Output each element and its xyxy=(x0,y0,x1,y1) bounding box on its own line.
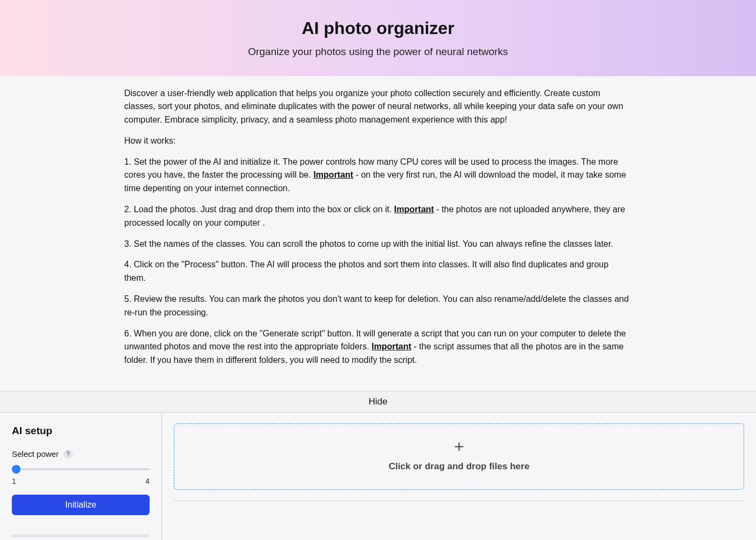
ai-setup-title: AI setup xyxy=(12,423,150,439)
step-2-text-a: 2. Load the photos. Just drag and drop t… xyxy=(124,205,394,214)
power-label: Select power xyxy=(12,448,59,461)
step-5: 5. Review the results. You can mark the … xyxy=(124,293,632,320)
step-2: 2. Load the photos. Just drag and drop t… xyxy=(124,203,632,230)
page-subtitle: Organize your photos using the power of … xyxy=(0,44,756,60)
important-label: Important xyxy=(313,170,353,179)
dropzone-label: Click or drag and drop files here xyxy=(389,461,530,471)
slider-max: 4 xyxy=(145,476,150,487)
intro-text: Discover a user-friendly web application… xyxy=(124,87,632,127)
initialize-button[interactable]: Initialize xyxy=(12,495,150,515)
slider-thumb[interactable] xyxy=(12,465,21,474)
instructions-section: Discover a user-friendly web application… xyxy=(119,76,637,392)
step-1: 1. Set the power of the AI and initializ… xyxy=(124,156,632,195)
important-label: Important xyxy=(372,342,411,351)
slider-min: 1 xyxy=(12,476,16,487)
hide-toggle[interactable]: Hide xyxy=(0,391,756,413)
ai-setup-panel: AI setup Select power ? 1 4 Initialize S… xyxy=(0,413,162,540)
step-3: 3. Set the names of the classes. You can… xyxy=(124,238,632,251)
help-icon[interactable]: ? xyxy=(63,449,73,459)
divider xyxy=(174,501,744,501)
hero-banner: AI photo organizer Organize your photos … xyxy=(0,0,756,76)
progress-bar xyxy=(12,534,150,537)
important-label: Important xyxy=(394,205,434,214)
power-slider[interactable] xyxy=(12,464,150,475)
main-area: + Click or drag and drop files here xyxy=(162,413,756,540)
how-it-works-label: How it works: xyxy=(124,134,632,148)
slider-track xyxy=(15,468,150,470)
step-6: 6. When you are done, click on the "Gene… xyxy=(124,327,632,367)
plus-icon: + xyxy=(174,438,744,455)
divider xyxy=(12,529,150,530)
page-title: AI photo organizer xyxy=(0,15,756,41)
workspace: AI setup Select power ? 1 4 Initialize S… xyxy=(0,413,756,540)
step-4: 4. Click on the "Process" button. The AI… xyxy=(124,258,632,285)
file-dropzone[interactable]: + Click or drag and drop files here xyxy=(174,423,744,490)
